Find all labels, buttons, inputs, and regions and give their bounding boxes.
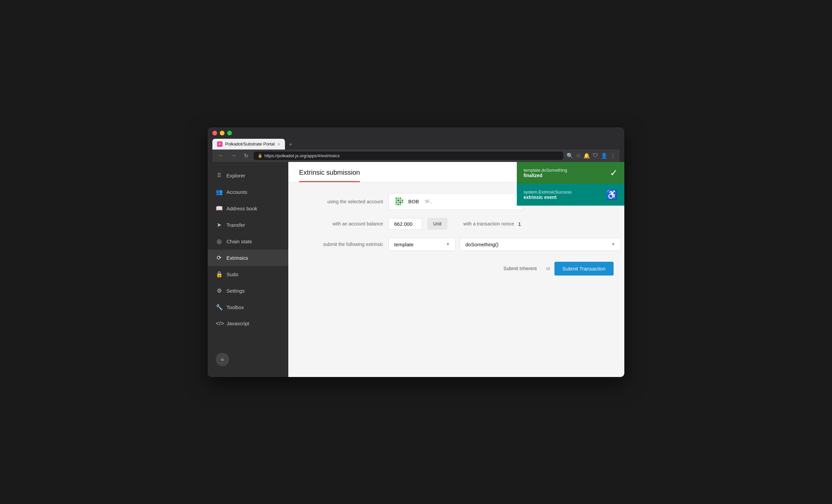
sidebar-label-transfer: Transfer [227, 222, 245, 228]
sidebar-item-address-book[interactable]: 📖 Address book [208, 200, 288, 217]
svg-rect-13 [397, 204, 399, 205]
extrinsic-row: submit the following extrinsic template … [299, 238, 614, 251]
tab-title: Polkadot/Substrate Portal [225, 141, 275, 147]
svg-rect-8 [395, 202, 397, 203]
sidebar-item-explorer[interactable]: ⠿ Explorer [208, 167, 288, 184]
sidebar-item-accounts[interactable]: 👥 Accounts [208, 184, 288, 200]
url-text: https://polkadot.js.org/apps/#/extrinsic… [264, 153, 340, 158]
unit-badge: Unit [427, 218, 447, 230]
address-bar[interactable]: 🔒 https://polkadot.js.org/apps/#/extrins… [254, 152, 563, 160]
extrinsics-icon: ⟳ [216, 254, 223, 261]
sidebar-label-explorer: Explorer [227, 173, 245, 179]
balance-label: with an account balance [299, 221, 383, 227]
method-select[interactable]: doSomething() ▼ [460, 238, 621, 251]
toast-finalized: template.doSomething finalized ✓ [517, 162, 624, 184]
account-avatar [394, 196, 405, 207]
sudo-icon: 🔒 [216, 271, 223, 278]
sidebar-label-accounts: Accounts [227, 189, 247, 195]
svg-rect-4 [395, 200, 397, 201]
notifications: template.doSomething finalized ✓ system.… [517, 162, 624, 206]
toast-finalized-title: template.doSomething [523, 168, 606, 173]
maximize-button[interactable] [227, 131, 232, 135]
search-icon[interactable]: 🔍 [567, 153, 573, 159]
svg-rect-1 [395, 197, 397, 199]
extension-icon[interactable]: 🔔 [583, 153, 590, 159]
active-tab[interactable]: P Polkadot/Substrate Portal × [212, 139, 285, 150]
account-label: using the selected account [299, 199, 383, 204]
sidebar-label-sudo: Sudo [227, 271, 238, 277]
nonce-group: with a transaction nonce 1 [463, 221, 521, 227]
toast-event-icon: ♿ [606, 189, 618, 200]
toast-event-title: system.ExtrinsicSuccess [523, 189, 602, 194]
sidebar-label-settings: Settings [227, 288, 244, 294]
sidebar-item-sudo[interactable]: 🔒 Sudo [208, 266, 288, 283]
sidebar-label-chain-state: Chain state [227, 239, 252, 244]
toast-event: system.ExtrinsicSuccess extrinsic event … [517, 184, 624, 206]
module-name: template [394, 242, 446, 247]
tab-favicon: P [217, 141, 223, 147]
submit-transaction-button[interactable]: Submit Transaction [554, 262, 614, 275]
sidebar-label-address-book: Address book [227, 206, 257, 211]
svg-rect-7 [401, 200, 403, 201]
method-dropdown-icon: ▼ [611, 242, 615, 247]
sidebar-item-toolbox[interactable]: 🔧 Toolbox [208, 299, 288, 316]
forward-button[interactable]: → [229, 152, 239, 159]
chain-state-icon: ◎ [216, 238, 223, 245]
shield-icon[interactable]: 🛡 [593, 153, 598, 159]
nonce-label: with a transaction nonce [463, 221, 514, 227]
back-button[interactable]: ← [216, 152, 226, 159]
browser-chrome: P Polkadot/Substrate Portal × + ← → ↻ 🔒 … [208, 127, 624, 162]
extrinsic-selects: template ▼ doSomething() ▼ [388, 238, 621, 251]
sidebar-label-toolbox: Toolbox [227, 304, 244, 310]
sidebar-item-settings[interactable]: ⚙ Settings [208, 283, 288, 299]
sidebar-collapse-button[interactable]: « [216, 353, 229, 366]
sidebar-item-extrinsics[interactable]: ⟳ Extrinsics [208, 250, 288, 266]
toast-event-content: system.ExtrinsicSuccess extrinsic event [523, 189, 602, 200]
browser-window: P Polkadot/Substrate Portal × + ← → ↻ 🔒 … [208, 127, 624, 377]
toolbox-icon: 🔧 [216, 304, 223, 311]
page-title: Extrinsic submission [299, 169, 360, 182]
account-name: BOB [408, 198, 419, 204]
svg-rect-5 [397, 200, 399, 201]
svg-rect-3 [399, 197, 401, 199]
settings-icon: ⚙ [216, 287, 223, 294]
explorer-icon: ⠿ [216, 172, 223, 179]
sidebar: ⠿ Explorer 👥 Accounts 📖 Address book ➤ T… [208, 162, 288, 377]
sidebar-collapse-area: « [208, 347, 288, 372]
svg-rect-14 [399, 204, 401, 205]
tab-close-icon[interactable]: × [277, 141, 280, 147]
module-dropdown-icon: ▼ [446, 242, 450, 247]
svg-rect-12 [395, 204, 397, 205]
refresh-button[interactable]: ↻ [242, 152, 250, 160]
address-book-icon: 📖 [216, 205, 223, 212]
toast-event-subtitle: extrinsic event [523, 194, 602, 200]
submit-inherent-button[interactable]: Submit Inherent [498, 262, 542, 274]
module-select[interactable]: template ▼ [388, 238, 456, 251]
sidebar-label-javascript: Javascript [227, 321, 249, 326]
close-button[interactable] [212, 131, 217, 135]
action-row: Submit Inherent or Submit Transaction [299, 262, 614, 275]
toast-finalized-content: template.doSomething finalized [523, 168, 606, 178]
main-content: Extrinsic submission using the selected … [288, 162, 624, 377]
or-label: or [546, 266, 550, 271]
sidebar-item-javascript[interactable]: </> Javascript [208, 316, 288, 331]
method-name: doSomething() [465, 242, 611, 247]
menu-icon[interactable]: ⋮ [610, 153, 616, 159]
sidebar-item-chain-state[interactable]: ◎ Chain state [208, 233, 288, 250]
nonce-value: 1 [518, 221, 521, 227]
svg-rect-10 [399, 202, 401, 203]
profile-icon[interactable]: 👤 [601, 153, 607, 159]
traffic-lights [212, 131, 620, 135]
new-tab-button[interactable]: + [286, 140, 295, 150]
star-icon[interactable]: ☆ [576, 153, 581, 159]
toast-finalized-subtitle: finalized [523, 173, 606, 178]
app-layout: ⠿ Explorer 👥 Accounts 📖 Address book ➤ T… [208, 162, 624, 377]
javascript-icon: </> [216, 320, 223, 327]
lock-icon: 🔒 [258, 154, 262, 158]
extrinsic-label: submit the following extrinsic [299, 242, 383, 247]
account-selector[interactable]: BOB 5F... [388, 193, 523, 210]
svg-rect-6 [399, 200, 401, 201]
tab-bar: P Polkadot/Substrate Portal × + [212, 139, 620, 150]
minimize-button[interactable] [220, 131, 225, 135]
sidebar-item-transfer[interactable]: ➤ Transfer [208, 217, 288, 233]
